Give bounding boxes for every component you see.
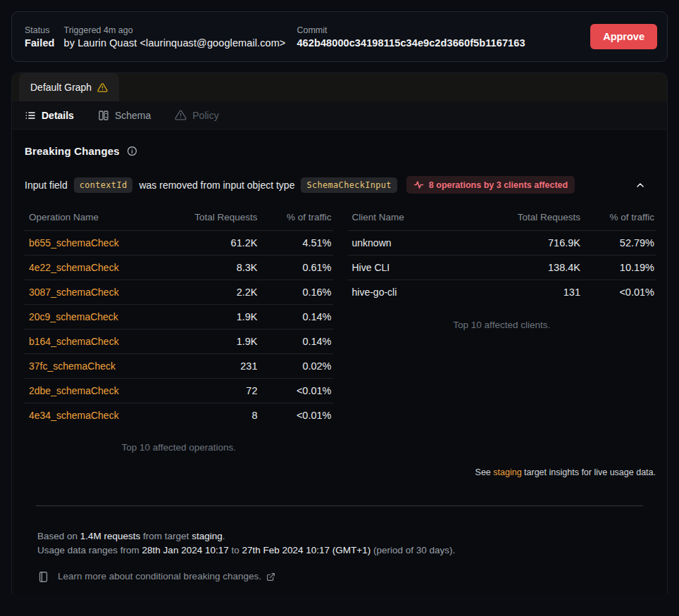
table-row: 2dbe_schemaCheck 72 <0.01%: [25, 379, 333, 403]
tab-details[interactable]: Details: [25, 110, 74, 121]
table-row: hive-go-cli 131 <0.01%: [348, 280, 656, 305]
based-prefix: Based on: [37, 531, 80, 541]
col-total-requests: Total Requests: [490, 206, 582, 231]
table-row: unknown 716.9K 52.79%: [348, 231, 656, 256]
target-name: staging: [192, 531, 223, 541]
col-total-requests: Total Requests: [168, 206, 259, 231]
affected-tables: Operation Name Total Requests % of traff…: [25, 206, 656, 453]
check-nav: Details Schema: [12, 101, 667, 130]
col-operation-name: Operation Name: [25, 206, 168, 231]
commit-label: Commit: [297, 25, 525, 35]
clients-caption: Top 10 affected clients.: [348, 320, 656, 330]
table-row: 4e22_schemaCheck 8.3K 0.61%: [25, 256, 333, 280]
breaking-change-accordion[interactable]: Input field contextId was removed from i…: [25, 176, 656, 194]
requests-cell: 1.9K: [168, 305, 259, 329]
col-client-name: Client Name: [348, 206, 491, 231]
warning-triangle-icon: [97, 82, 108, 93]
traffic-cell: <0.01%: [582, 280, 656, 305]
tab-policy[interactable]: Policy: [175, 109, 218, 121]
note-suffix: target insights for live usage data.: [522, 467, 656, 477]
table-row: b164_schemaCheck 1.9K 0.14%: [25, 329, 333, 354]
traffic-cell: 0.14%: [259, 305, 333, 329]
requests-cell: 231: [168, 354, 259, 379]
affected-operations-badge: 8 operations by 3 clients affected: [406, 176, 575, 194]
range-start: 28th Jan 2024 10:17: [142, 545, 229, 555]
client-name-cell: Hive CLI: [348, 256, 491, 280]
triggered-label: Triggered 4m ago: [64, 25, 286, 35]
operations-header-row: Operation Name Total Requests % of traff…: [25, 206, 333, 231]
details-content: Breaking Changes Input field contextId w…: [12, 130, 667, 584]
tab-schema[interactable]: Schema: [98, 110, 151, 121]
clients-column: Client Name Total Requests % of traffic …: [348, 206, 656, 330]
commit-group: Commit 462b48000c34198115c34e9c2d3660f5b…: [297, 25, 525, 49]
range-prefix: Usage data ranges from: [37, 545, 142, 555]
operation-link[interactable]: b655_schemaCheck: [29, 237, 119, 249]
col-traffic: % of traffic: [582, 206, 656, 231]
status-group: Status Failed: [25, 25, 55, 49]
external-link-icon: [266, 572, 275, 582]
affected-badge-label: 8 operations by 3 clients affected: [429, 180, 568, 190]
operation-link[interactable]: 37fc_schemaCheck: [29, 360, 116, 372]
operation-link[interactable]: 4e22_schemaCheck: [29, 262, 119, 273]
list-icon: [25, 110, 36, 121]
approve-button[interactable]: Approve: [590, 24, 657, 49]
traffic-cell: <0.01%: [259, 403, 333, 428]
learn-more-link[interactable]: Learn more about conditional breaking ch…: [58, 570, 275, 584]
triggered-group: Triggered 4m ago by Laurin Quast <laurin…: [64, 25, 286, 49]
status-bar: Status Failed Triggered 4m ago by Laurin…: [11, 11, 668, 62]
requests-cell: 131: [490, 280, 582, 305]
operation-link[interactable]: 3087_schemaCheck: [29, 287, 119, 298]
type-code-pill: SchemaCheckInput: [301, 177, 397, 193]
operations-table: Operation Name Total Requests % of traff…: [25, 206, 333, 427]
requests-cell: 61.2K: [168, 231, 259, 256]
request-count: 1.4M requests: [80, 531, 141, 541]
client-name-cell: hive-go-cli: [348, 280, 491, 305]
graph-tab-strip: Default Graph: [12, 73, 667, 101]
operations-column: Operation Name Total Requests % of traff…: [25, 206, 333, 453]
range-end: 27th Feb 2024 10:17 (GMT+1): [242, 545, 370, 555]
usage-footer: Based on 1.4M requests from target stagi…: [25, 506, 656, 584]
staging-target-link[interactable]: staging: [493, 467, 521, 477]
triggered-author: by Laurin Quast <laurinquast@googlemail.…: [64, 37, 286, 49]
col-traffic: % of traffic: [259, 206, 333, 231]
check-card: Default Graph Details: [11, 73, 668, 594]
requests-cell: 1.9K: [168, 329, 259, 354]
table-row: Hive CLI 138.4K 10.19%: [348, 256, 656, 280]
table-row: 37fc_schemaCheck 231 0.02%: [25, 354, 333, 379]
graph-tab-label: Default Graph: [30, 82, 92, 93]
insights-note: See staging target insights for live usa…: [25, 467, 656, 477]
operation-link[interactable]: 4e34_schemaCheck: [29, 410, 119, 421]
book-icon: [37, 571, 49, 583]
operation-link[interactable]: b164_schemaCheck: [29, 336, 119, 347]
based-suffix: .: [223, 531, 225, 541]
schema-check-page: Status Failed Triggered 4m ago by Laurin…: [0, 11, 679, 616]
tab-default-graph[interactable]: Default Graph: [19, 73, 119, 101]
table-row: 20c9_schemaCheck 1.9K 0.14%: [25, 305, 333, 329]
tab-policy-label: Policy: [192, 110, 218, 121]
based-mid: from target: [140, 531, 192, 541]
change-text-prefix: Input field: [25, 180, 68, 191]
tab-schema-label: Schema: [115, 110, 151, 121]
table-row: b655_schemaCheck 61.2K 4.51%: [25, 231, 333, 256]
chevron-up-icon[interactable]: [635, 180, 646, 191]
activity-pulse-icon: [413, 180, 424, 190]
range-mid: to: [229, 545, 242, 555]
traffic-cell: 0.16%: [259, 280, 333, 305]
schema-panels-icon: [98, 110, 109, 121]
usage-range-line: Usage data ranges from 28th Jan 2024 10:…: [37, 543, 644, 558]
requests-cell: 2.2K: [168, 280, 259, 305]
status-value: Failed: [25, 37, 55, 49]
operation-link[interactable]: 20c9_schemaCheck: [29, 311, 118, 322]
tab-details-label: Details: [42, 110, 74, 121]
traffic-cell: 0.14%: [259, 329, 333, 354]
field-code-pill: contextId: [74, 177, 133, 193]
info-icon[interactable]: [127, 146, 137, 156]
operation-link[interactable]: 2dbe_schemaCheck: [29, 385, 119, 396]
learn-more-row: Learn more about conditional breaking ch…: [37, 570, 644, 584]
note-prefix: See: [475, 467, 494, 477]
traffic-cell: 52.79%: [582, 231, 656, 256]
breaking-changes-title: Breaking Changes: [25, 145, 120, 157]
change-text-middle: was removed from input object type: [139, 180, 294, 191]
range-suffix: (period of 30 days).: [370, 545, 455, 555]
requests-cell: 8.3K: [168, 256, 259, 280]
